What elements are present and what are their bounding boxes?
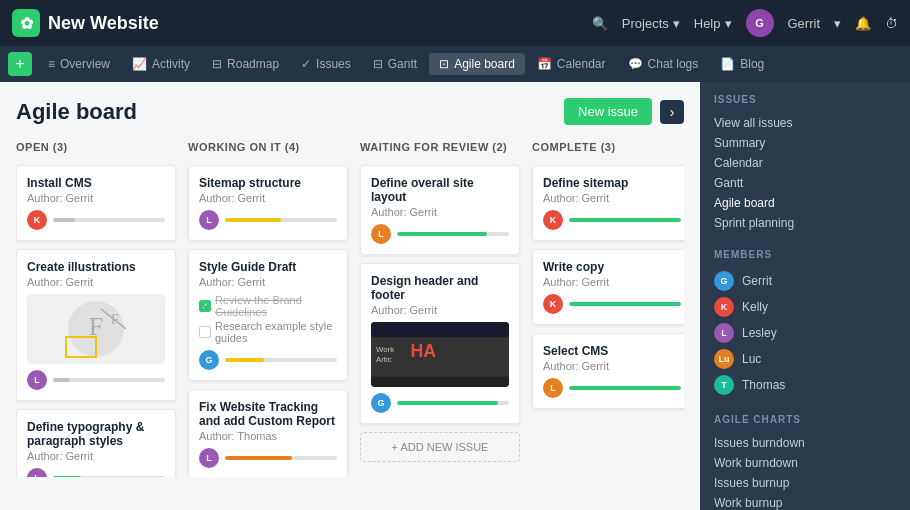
avatar-member-kelly: K [714,297,734,317]
tab-gantt[interactable]: ⊟ Gantt [363,53,427,75]
col-header-open: OPEN (3) [16,141,176,153]
tab-activity[interactable]: 📈 Activity [122,53,200,75]
card-install-cms[interactable]: Install CMS Author: Gerrit K [16,165,176,241]
new-issue-button[interactable]: New issue [564,98,652,125]
avatar-member-thomas: T [714,375,734,395]
agile-icon: ⊡ [439,57,449,71]
tab-roadmap[interactable]: ⊟ Roadmap [202,53,289,75]
card-design-header[interactable]: Design header and footer Author: Gerrit … [360,263,520,424]
avatar-lesley-4: L [199,448,219,468]
link-issues-burndown[interactable]: Issues burndown [714,433,896,453]
link-calendar[interactable]: Calendar [714,153,896,173]
user-name[interactable]: Gerrit [788,16,821,31]
tab-overview[interactable]: ≡ Overview [38,53,120,75]
progress-bar [225,218,337,222]
search-icon[interactable]: 🔍 [592,16,608,31]
add-button[interactable]: + [8,52,32,76]
member-thomas[interactable]: T Thomas [714,372,896,398]
gantt-icon: ⊟ [373,57,383,71]
card-select-cms[interactable]: Select CMS Author: Gerrit L [532,333,684,409]
issues-icon: ✓ [301,57,311,71]
member-gerrit[interactable]: G Gerrit [714,268,896,294]
card-write-copy[interactable]: Write copy Author: Gerrit K [532,249,684,325]
link-issues-burnup[interactable]: Issues burnup [714,473,896,493]
column-open: OPEN (3) Install CMS Author: Gerrit K Cr… [16,141,176,477]
avatar-member-gerrit: G [714,271,734,291]
charts-section-title: AGILE CHARTS [714,414,896,425]
progress-bar [225,358,337,362]
avatar-kelly-3: K [543,294,563,314]
card-sitemap-structure[interactable]: Sitemap structure Author: Gerrit L [188,165,348,241]
link-summary[interactable]: Summary [714,133,896,153]
card-define-layout[interactable]: Define overall site layout Author: Gerri… [360,165,520,255]
blog-icon: 📄 [720,57,735,71]
card-illustration-2: Work Artic HA [371,322,509,387]
tab-issues[interactable]: ✓ Issues [291,53,361,75]
board-columns: OPEN (3) Install CMS Author: Gerrit K Cr… [16,141,684,477]
checkbox-2[interactable] [199,326,211,338]
progress-bar [569,386,681,390]
panel-toggle-button[interactable]: › [660,100,684,124]
checkbox-1[interactable]: ✓ [199,300,211,312]
card-define-typography[interactable]: Define typography & paragraph styles Aut… [16,409,176,477]
tab-blog[interactable]: 📄 Blog [710,53,774,75]
board-header: Agile board New issue › [16,98,684,125]
member-luc[interactable]: Lu Luc [714,346,896,372]
link-gantt[interactable]: Gantt [714,173,896,193]
tab-chat-logs[interactable]: 💬 Chat logs [618,53,709,75]
avatar-kelly-2: K [543,210,563,230]
add-issue-button[interactable]: + ADD NEW ISSUE [360,432,520,462]
calendar-icon: 📅 [537,57,552,71]
member-lesley[interactable]: L Lesley [714,320,896,346]
svg-rect-6 [371,322,509,337]
avatar-member-lesley: L [714,323,734,343]
second-nav: + ≡ Overview 📈 Activity ⊟ Roadmap ✓ Issu… [0,46,910,82]
card-illustration: F F [27,294,165,364]
top-nav: ✿ New Website 🔍 Projects ▾ Help ▾ G Gerr… [0,0,910,46]
avatar-luc-2: L [543,378,563,398]
svg-rect-10 [371,377,509,387]
column-working: WORKING ON IT (4) Sitemap structure Auth… [188,141,348,477]
roadmap-icon: ⊟ [212,57,222,71]
link-sprint-planning[interactable]: Sprint planning [714,213,896,233]
tab-calendar[interactable]: 📅 Calendar [527,53,616,75]
member-kelly[interactable]: K Kelly [714,294,896,320]
help-menu[interactable]: Help ▾ [694,16,732,31]
tab-agile-board[interactable]: ⊡ Agile board [429,53,525,75]
bell-icon[interactable]: 🔔 [855,16,871,31]
user-chevron[interactable]: ▾ [834,16,841,31]
board-area: Agile board New issue › OPEN (3) Install… [0,82,700,510]
checklist-item-2: Research example style guides [199,320,337,344]
svg-text:Work: Work [376,345,394,354]
avatar-lesley-3: L [199,210,219,230]
card-define-sitemap[interactable]: Define sitemap Author: Gerrit K [532,165,684,241]
progress-bar [53,378,165,382]
link-work-burndown[interactable]: Work burndown [714,453,896,473]
svg-text:HA: HA [410,341,436,361]
link-work-burnup[interactable]: Work burnup [714,493,896,510]
card-create-illustrations[interactable]: Create illustrations Author: Gerrit F F … [16,249,176,401]
avatar-lesley: L [27,370,47,390]
col-header-complete: COMPLETE (3) [532,141,684,153]
user-avatar[interactable]: G [746,9,774,37]
progress-bar [225,456,337,460]
progress-bar [569,218,681,222]
card-style-guide[interactable]: Style Guide Draft Author: Gerrit ✓ Revie… [188,249,348,381]
member-name-kelly: Kelly [742,300,768,314]
svg-text:F: F [111,312,119,327]
link-agile-board[interactable]: Agile board [714,193,896,213]
card-fix-tracking[interactable]: Fix Website Tracking and add Custom Repo… [188,389,348,477]
chat-icon: 💬 [628,57,643,71]
avatar-kelly: K [27,210,47,230]
avatar-lesley-2: L [27,468,47,477]
link-view-all-issues[interactable]: View all issues [714,113,896,133]
clock-icon[interactable]: ⏱ [885,16,898,31]
app-logo[interactable]: ✿ New Website [12,9,159,37]
projects-menu[interactable]: Projects ▾ [622,16,680,31]
progress-bar [53,476,165,477]
issues-section-title: ISSUES [714,94,896,105]
member-name-lesley: Lesley [742,326,777,340]
col-header-review: WAITING FOR REVIEW (2) [360,141,520,153]
avatar-member-luc: Lu [714,349,734,369]
member-name-thomas: Thomas [742,378,785,392]
